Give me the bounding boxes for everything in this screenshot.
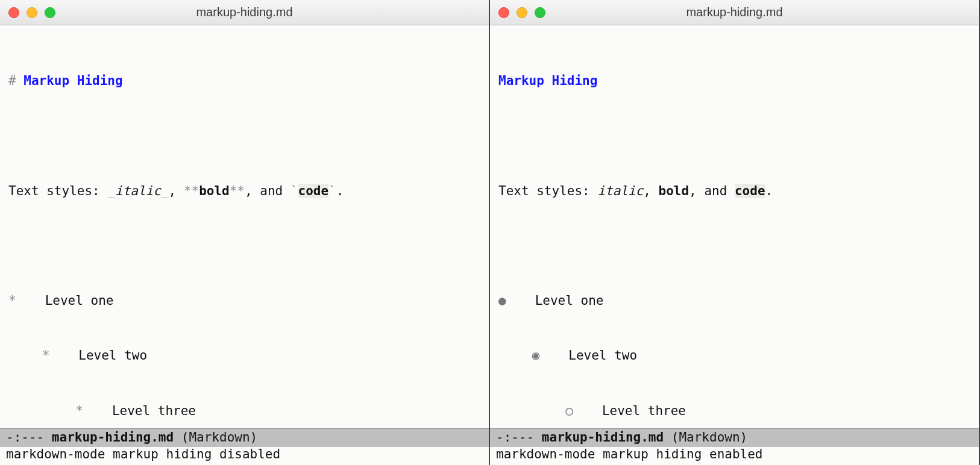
emacs-window-left: markup-hiding.md # Markup Hiding Text st… — [0, 0, 490, 465]
heading-line: # Markup Hiding — [8, 72, 480, 90]
heading-marker: # — [8, 73, 24, 88]
list-item: *Level three — [8, 402, 480, 420]
text-styles-line: Text styles: _italic_, **bold**, and `co… — [8, 182, 480, 200]
modeline-filename: markup-hiding.md — [52, 430, 174, 445]
titlebar[interactable]: markup-hiding.md — [490, 0, 979, 25]
heading-text: Markup Hiding — [24, 73, 122, 88]
bullet-filled-icon: ● — [498, 292, 529, 310]
blank-line — [498, 126, 970, 145]
list-item: *Level one — [8, 292, 480, 310]
bullet-open-icon: ○ — [565, 402, 596, 420]
blank-line — [498, 237, 970, 255]
bold-text: bold — [659, 184, 689, 198]
modeline-mode: (Markdown) — [664, 430, 747, 445]
zoom-icon[interactable] — [535, 7, 545, 18]
editor-buffer[interactable]: # Markup Hiding Text styles: _italic_, *… — [0, 25, 489, 428]
code-text: code — [735, 184, 765, 198]
close-icon[interactable] — [8, 7, 19, 18]
bold-text: bold — [199, 184, 230, 198]
bullet-fisheye-icon: ◉ — [532, 346, 563, 364]
code-text: code — [298, 184, 329, 198]
echo-area: markdown-mode markup hiding disabled — [0, 447, 489, 465]
list-item: ◉Level two — [498, 346, 970, 364]
traffic-lights — [8, 7, 55, 18]
blank-line — [8, 237, 480, 255]
editor-buffer[interactable]: Markup Hiding Text styles: italic, bold,… — [490, 25, 979, 428]
bullet-icon: * — [8, 292, 39, 310]
echo-area: markdown-mode markup hiding enabled — [490, 447, 979, 465]
bullet-icon: * — [42, 346, 73, 364]
modeline[interactable]: -:--- markup-hiding.md (Markdown) — [0, 428, 489, 447]
list-item: *Level two — [8, 346, 480, 364]
italic-text: italic — [115, 184, 161, 198]
traffic-lights — [498, 7, 545, 18]
emacs-window-right: markup-hiding.md Markup Hiding Text styl… — [490, 0, 980, 465]
titlebar[interactable]: markup-hiding.md — [0, 0, 489, 25]
close-icon[interactable] — [498, 7, 509, 18]
italic-text: italic — [597, 184, 643, 198]
list-item: ○Level three — [498, 402, 970, 420]
minimize-icon[interactable] — [517, 7, 527, 18]
text-styles-line: Text styles: italic, bold, and code. — [498, 182, 970, 200]
list-item: ●Level one — [498, 292, 970, 310]
bullet-icon: * — [75, 402, 106, 420]
modeline[interactable]: -:--- markup-hiding.md (Markdown) — [490, 428, 979, 447]
modeline-filename: markup-hiding.md — [542, 430, 664, 445]
window-title: markup-hiding.md — [686, 5, 782, 19]
modeline-mode: (Markdown) — [174, 430, 257, 445]
heading-line: Markup Hiding — [498, 72, 970, 90]
window-title: markup-hiding.md — [196, 5, 292, 19]
heading-text: Markup Hiding — [498, 73, 597, 88]
zoom-icon[interactable] — [45, 7, 55, 18]
minimize-icon[interactable] — [27, 7, 37, 18]
blank-line — [8, 126, 480, 145]
